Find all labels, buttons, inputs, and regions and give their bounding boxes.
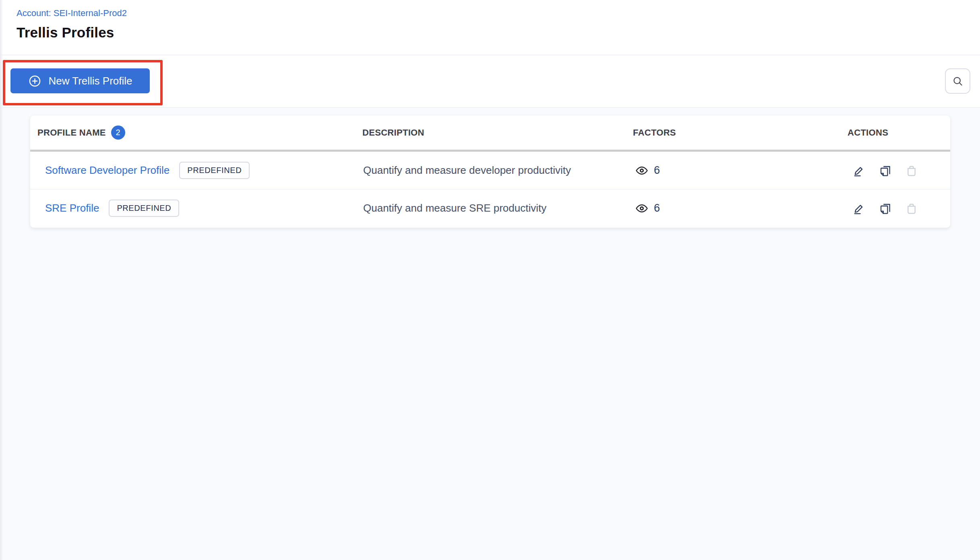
edit-pencil-icon[interactable] [853, 164, 866, 177]
factors-count: 6 [654, 202, 660, 214]
trash-icon [905, 164, 918, 177]
toolbar: New Trellis Profile [0, 56, 980, 108]
table-row: SRE Profile PREDEFINED Quantify and meas… [30, 189, 950, 227]
column-header-actions: ACTIONS [848, 115, 888, 150]
trash-icon [905, 202, 918, 215]
column-header-factors: FACTORS [633, 115, 676, 150]
account-breadcrumb-link[interactable]: Account: SEI-Internal-Prod2 [17, 8, 127, 19]
page-header: Account: SEI-Internal-Prod2 Trellis Prof… [0, 0, 980, 55]
table-row: Software Developer Profile PREDEFINED Qu… [30, 152, 950, 189]
profile-description: Quantify and measure developer productiv… [363, 164, 571, 177]
search-button[interactable] [945, 68, 970, 94]
column-header-description: DESCRIPTION [362, 115, 424, 150]
copy-icon[interactable] [879, 202, 892, 215]
predefined-badge: PREDEFINED [179, 162, 250, 179]
copy-icon[interactable] [879, 164, 892, 177]
page-title: Trellis Profiles [17, 25, 114, 41]
profile-name-link[interactable]: Software Developer Profile [45, 164, 170, 177]
eye-icon [635, 164, 649, 177]
factors-count: 6 [654, 164, 660, 177]
profiles-table: PROFILE NAME 2 DESCRIPTION FACTORS ACTIO… [30, 115, 950, 228]
profile-name-header-label: PROFILE NAME [37, 128, 106, 138]
plus-circle-icon [28, 74, 42, 88]
new-trellis-profile-button-label: New Trellis Profile [48, 75, 132, 87]
search-icon [952, 75, 964, 87]
column-header-profile-name: PROFILE NAME 2 [37, 115, 125, 150]
profile-count-badge: 2 [111, 126, 125, 140]
profile-description: Quantify and measure SRE productivity [363, 202, 546, 214]
eye-icon [635, 202, 649, 215]
edit-pencil-icon[interactable] [853, 202, 866, 215]
predefined-badge: PREDEFINED [109, 200, 179, 217]
table-header-row: PROFILE NAME 2 DESCRIPTION FACTORS ACTIO… [30, 115, 950, 152]
new-trellis-profile-button[interactable]: New Trellis Profile [10, 68, 150, 93]
page-left-edge-shade [0, 0, 3, 560]
profile-name-link[interactable]: SRE Profile [45, 202, 99, 214]
